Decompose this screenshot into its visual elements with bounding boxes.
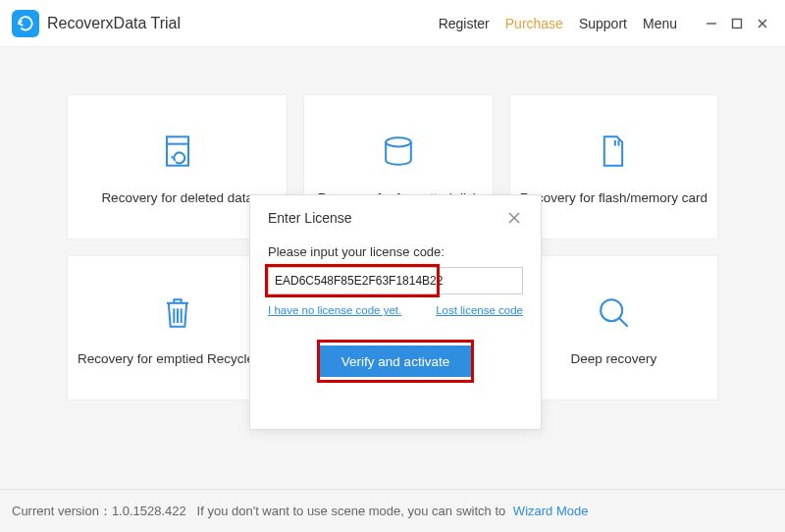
register-link[interactable]: Register [439, 16, 490, 31]
modal-prompt: Please input your license code: [268, 244, 523, 259]
content-area: Recovery for deleted data Recovery for f… [0, 47, 785, 489]
version-label: Current version： [12, 503, 112, 520]
svg-point-5 [386, 137, 411, 146]
disk-icon [377, 130, 420, 177]
trash-icon [156, 291, 199, 338]
file-restore-icon [156, 130, 199, 177]
purchase-link[interactable]: Purchase [505, 16, 563, 31]
card-label: Recovery for emptied Recycle Bin [78, 351, 277, 366]
maximize-button[interactable] [724, 11, 750, 36]
svg-point-14 [602, 299, 623, 321]
app-title: RecoverxData Trial [47, 15, 181, 32]
modal-close-button[interactable] [505, 209, 523, 227]
verify-activate-button[interactable]: Verify and activate [320, 346, 471, 377]
footer-hint: If you don't want to use scene mode, you… [197, 504, 506, 518]
close-button[interactable] [750, 11, 775, 36]
magnifier-icon [592, 291, 635, 338]
svg-rect-1 [733, 19, 742, 27]
svg-rect-4 [167, 136, 188, 165]
support-link[interactable]: Support [579, 16, 627, 31]
minimize-button[interactable] [699, 11, 724, 36]
app-logo-icon [12, 10, 39, 37]
license-input[interactable] [268, 267, 523, 294]
card-label: Recovery for deleted data [101, 190, 253, 205]
card-label: Deep recovery [570, 351, 656, 366]
svg-line-15 [620, 318, 628, 326]
card-label: Recovery for flash/memory card [520, 190, 707, 205]
footer: Current version： 1.0.1528.422 If you don… [0, 489, 785, 532]
license-modal: Enter License Please input your license … [249, 194, 542, 430]
sd-card-icon [592, 130, 635, 177]
wizard-mode-link[interactable]: Wizard Mode [513, 504, 589, 518]
menu-link[interactable]: Menu [643, 16, 677, 31]
modal-title: Enter License [268, 210, 352, 226]
titlebar: RecoverxData Trial Register Purchase Sup… [0, 0, 785, 47]
lost-license-link[interactable]: Lost license code [436, 304, 523, 316]
no-license-link[interactable]: I have no license code yet. [268, 304, 401, 316]
version-number: 1.0.1528.422 [112, 504, 186, 518]
